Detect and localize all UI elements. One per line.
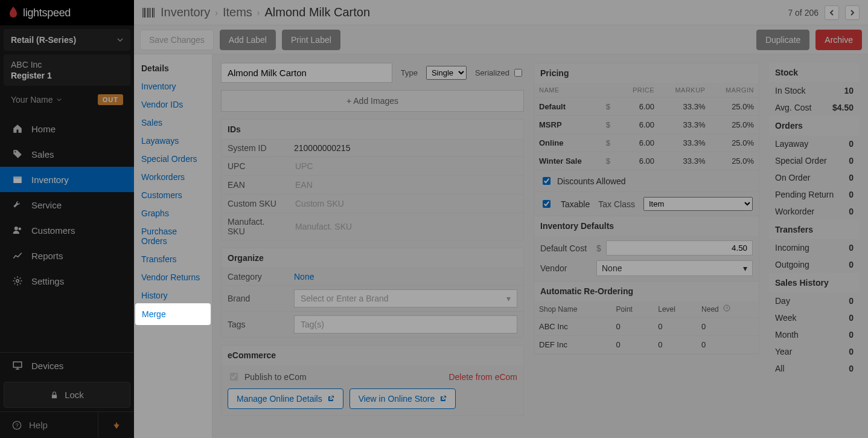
price-value[interactable]: 6.00 <box>619 152 659 170</box>
bottom-nav: Devices Lock ? Help <box>0 352 134 438</box>
crumb-inventory[interactable]: Inventory <box>161 5 210 19</box>
type-select[interactable]: Single <box>426 66 467 80</box>
lock-button[interactable]: Lock <box>4 382 130 408</box>
default-cost-label: Default Cost <box>540 243 592 253</box>
vendor-select[interactable]: None ▾ <box>596 260 753 276</box>
tax-class-select[interactable]: Item <box>643 197 753 211</box>
subnav-sales[interactable]: Sales <box>134 114 212 132</box>
prev-record-button[interactable] <box>825 5 839 20</box>
ean-input[interactable] <box>294 179 517 190</box>
svg-rect-7 <box>52 395 57 398</box>
print-label-button[interactable]: Print Label <box>282 30 340 50</box>
next-record-button[interactable] <box>845 5 860 20</box>
subnav-graphs[interactable]: Graphs <box>134 204 212 222</box>
add-images-button[interactable]: + Add Images <box>221 90 524 112</box>
help-button[interactable]: ? Help <box>0 412 98 438</box>
help-icon: ? <box>12 420 22 430</box>
manufact-sku-input[interactable] <box>294 221 517 232</box>
tags-input[interactable]: Tag(s) <box>294 315 517 333</box>
duplicate-button[interactable]: Duplicate <box>756 30 809 50</box>
nav-home-label: Home <box>31 124 56 134</box>
subnav-workorders[interactable]: Workorders <box>134 168 212 186</box>
company-box[interactable]: ABC Inc Register 1 <box>4 54 130 86</box>
nav-service[interactable]: Service <box>0 192 134 217</box>
price-name: Winter Sale <box>534 152 601 170</box>
upc-input[interactable] <box>294 161 517 172</box>
subnav-layaways[interactable]: Layaways <box>134 132 212 150</box>
item-title-input[interactable] <box>221 63 392 83</box>
add-label-button[interactable]: Add Label <box>220 30 276 50</box>
nav-customers[interactable]: Customers <box>0 217 134 243</box>
subnav-history[interactable]: History <box>134 286 212 304</box>
nav-settings[interactable]: Settings <box>0 268 134 294</box>
custom-sku-label: Custom SKU <box>222 195 288 213</box>
svg-rect-13 <box>147 8 148 18</box>
price-value[interactable]: 6.00 <box>619 134 659 152</box>
chevron-down-icon: ▾ <box>506 294 511 303</box>
user-row[interactable]: Your Name OUT <box>4 89 130 110</box>
subnav-purchase-orders[interactable]: Purchase Orders <box>134 222 212 250</box>
currency-symbol: $ <box>601 116 619 134</box>
svg-rect-6 <box>13 362 22 367</box>
crumb-current: Almond Milk Carton <box>265 5 371 19</box>
point-value[interactable]: 0 <box>611 318 654 336</box>
subnav-merge[interactable]: Merge <box>136 304 209 324</box>
pricing-table: NAME PRICE MARKUP MARGIN Default$6.0033.… <box>534 83 759 170</box>
nav-inventory[interactable]: Inventory <box>0 167 134 192</box>
year-label: Year <box>775 347 792 356</box>
point-value[interactable]: 0 <box>611 336 654 354</box>
custom-sku-input[interactable] <box>294 198 517 209</box>
default-cost-input[interactable] <box>606 240 753 256</box>
price-value[interactable]: 6.00 <box>619 116 659 134</box>
brand-placeholder: Select or Enter a Brand <box>301 294 389 303</box>
out-badge[interactable]: OUT <box>98 94 123 105</box>
publish-checkbox[interactable] <box>230 373 238 381</box>
serialized-toggle[interactable]: Serialized <box>475 67 524 79</box>
stock-header: Stock <box>769 63 860 82</box>
serialized-checkbox[interactable] <box>514 69 522 77</box>
ids-header: IDs <box>222 120 523 139</box>
col-shop: Shop Name <box>534 301 611 318</box>
price-value[interactable]: 6.00 <box>619 98 659 116</box>
level-value[interactable]: 0 <box>653 318 697 336</box>
subnav-details[interactable]: Details <box>134 59 212 77</box>
subnav-vendor-ids[interactable]: Vendor IDs <box>134 95 212 114</box>
nav-sales[interactable]: Sales <box>0 141 134 167</box>
publish-toggle[interactable]: Publish to eCom <box>228 371 307 382</box>
help-icon[interactable]: ? <box>723 305 730 314</box>
crumb-items[interactable]: Items <box>223 5 252 19</box>
nav-reports[interactable]: Reports <box>0 243 134 268</box>
taxable-checkbox[interactable] <box>543 200 550 208</box>
manage-online-details-button[interactable]: Manage Online Details <box>228 388 343 409</box>
sidebar: lightspeed Retail (R-Series) ABC Inc Reg… <box>0 0 134 438</box>
layaway-value: 0 <box>849 139 854 149</box>
subnav-transfers[interactable]: Transfers <box>134 250 212 268</box>
delete-from-ecom-link[interactable]: Delete from eCom <box>448 372 517 382</box>
subnav-vendor-returns[interactable]: Vendor Returns <box>134 268 212 286</box>
level-value[interactable]: 0 <box>653 336 697 354</box>
subnav-customers[interactable]: Customers <box>134 186 212 204</box>
save-button[interactable]: Save Changes <box>140 30 214 50</box>
svg-text:?: ? <box>726 306 728 311</box>
nav-sales-label: Sales <box>31 149 54 159</box>
box-icon <box>12 174 23 185</box>
margin-value: 25.0% <box>710 116 759 134</box>
nav-devices[interactable]: Devices <box>0 353 134 378</box>
store-selector[interactable]: Retail (R-Series) <box>4 29 130 51</box>
discounts-label: Discounts Allowed <box>557 176 626 186</box>
discounts-row[interactable]: Discounts Allowed <box>534 170 759 192</box>
category-value[interactable]: None <box>294 272 314 282</box>
nav-home[interactable]: Home <box>0 116 134 141</box>
pin-button[interactable] <box>98 412 134 438</box>
external-link-icon <box>327 395 334 402</box>
view-in-online-store-button[interactable]: View in Online Store <box>349 388 456 409</box>
on-order-label: On Order <box>775 173 810 182</box>
subnav-special-orders[interactable]: Special Orders <box>134 150 212 168</box>
brand-select[interactable]: Select or Enter a Brand ▾ <box>294 289 517 308</box>
discounts-checkbox[interactable] <box>543 177 550 185</box>
subnav-inventory[interactable]: Inventory <box>134 77 212 95</box>
sales-history-header: Sales History <box>769 273 860 292</box>
markup-value: 33.3% <box>659 134 710 152</box>
system-id-label: System ID <box>222 140 288 157</box>
archive-button[interactable]: Archive <box>815 30 862 50</box>
